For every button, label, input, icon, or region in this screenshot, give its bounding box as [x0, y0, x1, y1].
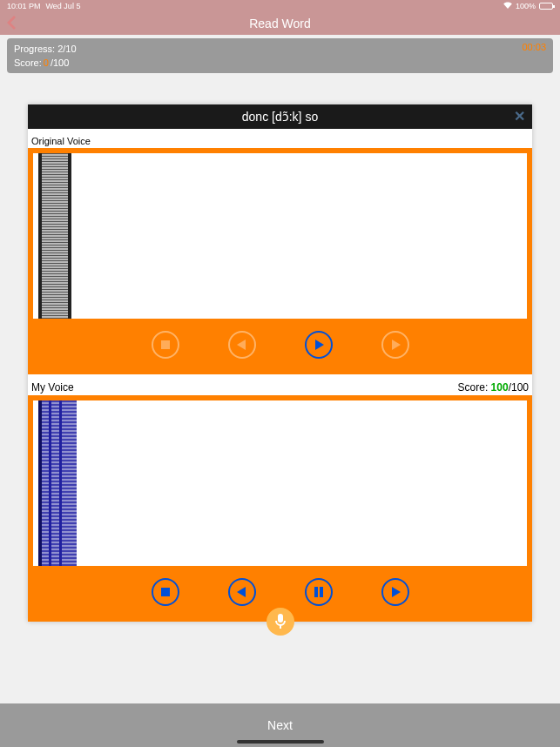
- status-time: 10:01 PM: [7, 2, 41, 10]
- word-card: donc [dɔ̃:k] so ✕ Original Voice: [28, 104, 532, 622]
- next-button[interactable]: Next: [0, 703, 560, 747]
- my-voice-panel: [28, 395, 532, 622]
- my-voice-label: My Voice: [31, 381, 74, 394]
- mic-icon: [274, 614, 287, 629]
- close-button[interactable]: ✕: [514, 108, 525, 124]
- svg-rect-12: [49, 400, 51, 566]
- stop-button-my[interactable]: [152, 578, 179, 606]
- svg-rect-4: [38, 153, 42, 319]
- svg-rect-17: [278, 614, 283, 622]
- home-indicator: [237, 740, 324, 744]
- battery-pct: 100%: [516, 2, 536, 10]
- score-value: 0: [44, 57, 49, 68]
- score-label: Score:: [14, 57, 42, 68]
- spectrogram-original-icon: [33, 153, 77, 319]
- svg-rect-18: [280, 625, 281, 629]
- play-button-original[interactable]: [305, 331, 333, 359]
- status-date: Wed Jul 5: [46, 2, 81, 10]
- original-voice-label: Original Voice: [28, 129, 532, 148]
- svg-rect-9: [38, 400, 77, 566]
- original-panel: [28, 148, 532, 374]
- back-button[interactable]: [7, 16, 16, 33]
- spectrogram-my-icon: [33, 400, 77, 566]
- progress-value: 2/10: [57, 44, 76, 54]
- svg-rect-6: [161, 340, 170, 349]
- card-header: donc [dɔ̃:k] so ✕: [28, 104, 532, 129]
- svg-rect-15: [314, 587, 318, 597]
- word-title: donc [dɔ̃:k] so: [242, 110, 318, 124]
- next-button-original[interactable]: [381, 331, 409, 359]
- original-controls: [33, 319, 527, 369]
- content-area: donc [dɔ̃:k] so ✕ Original Voice: [0, 73, 560, 707]
- timer: 00:03: [522, 42, 546, 52]
- nav-bar: Read Word: [0, 12, 560, 35]
- next-label: Next: [267, 718, 293, 732]
- svg-rect-11: [38, 400, 42, 566]
- next-button-my[interactable]: [381, 578, 409, 606]
- status-bar: 10:01 PM Wed Jul 5 100%: [0, 0, 560, 12]
- progress-label: Progress:: [14, 44, 55, 54]
- svg-rect-16: [320, 587, 323, 597]
- svg-rect-5: [68, 153, 71, 319]
- page-title: Read Word: [249, 17, 311, 30]
- score-total: /100: [51, 57, 69, 68]
- my-score: Score: 100/100: [458, 381, 529, 394]
- pause-button-my[interactable]: [305, 578, 333, 606]
- record-button[interactable]: [267, 608, 294, 636]
- prev-button-my[interactable]: [228, 578, 256, 606]
- stop-button-original[interactable]: [152, 331, 179, 359]
- battery-icon: [539, 3, 553, 10]
- original-spectrogram: [33, 153, 527, 319]
- prev-button-original[interactable]: [228, 331, 256, 359]
- svg-rect-14: [161, 588, 170, 596]
- svg-rect-2: [38, 153, 71, 319]
- info-bar: Progress: 2/10 Score: 0 /100 00:03: [7, 38, 553, 73]
- my-score-value: 100: [491, 381, 509, 394]
- wifi-icon: [503, 2, 512, 10]
- my-spectrogram: [33, 400, 527, 566]
- svg-rect-13: [59, 400, 62, 566]
